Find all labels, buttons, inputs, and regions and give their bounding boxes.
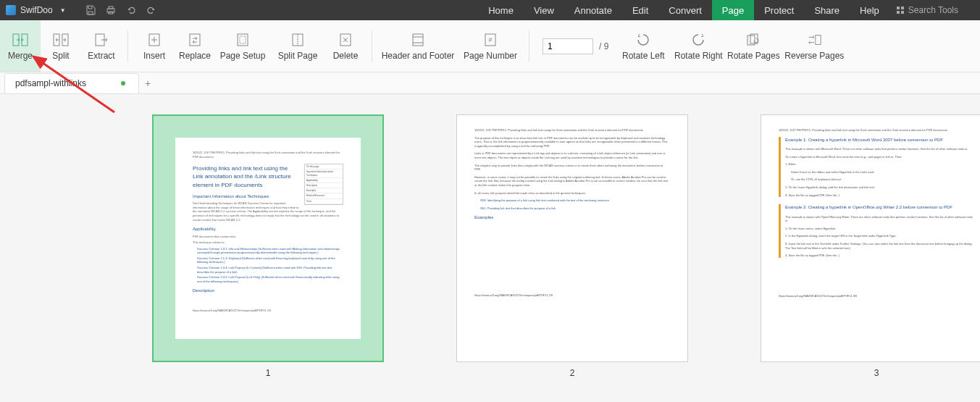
split-page-label: Split Page bbox=[278, 51, 318, 61]
svg-rect-6 bbox=[901, 11, 904, 14]
search-placeholder: Search Tools bbox=[908, 5, 958, 15]
document-tab[interactable]: pdfsampl-withlinks bbox=[4, 73, 139, 93]
rotate-left-button[interactable]: Rotate Left bbox=[616, 20, 671, 72]
thumb-wrap-2: 10/5/22, 3:37 PM PDF11: Providing links … bbox=[456, 114, 688, 378]
redo-icon[interactable] bbox=[141, 0, 162, 20]
page-number-label: Page Number bbox=[464, 51, 517, 61]
delete-button[interactable]: Delete bbox=[325, 20, 366, 72]
merge-icon bbox=[12, 32, 28, 48]
page-number-1: 1 bbox=[266, 368, 271, 378]
add-tab-button[interactable]: + bbox=[139, 78, 156, 89]
main-menu: Home View Annotate Edit Convert Page Pro… bbox=[478, 0, 980, 20]
insert-icon bbox=[146, 32, 162, 48]
split-label: Split bbox=[52, 51, 69, 61]
print-icon[interactable] bbox=[101, 0, 121, 20]
page-setup-icon bbox=[235, 32, 251, 48]
merge-label: Merge bbox=[8, 51, 33, 61]
split-button[interactable]: Split bbox=[41, 20, 81, 72]
delete-label: Delete bbox=[333, 51, 359, 61]
menu-home[interactable]: Home bbox=[478, 0, 524, 20]
menu-share[interactable]: Share bbox=[804, 0, 850, 20]
menu-convert[interactable]: Convert bbox=[658, 0, 712, 20]
page-control: / 9 bbox=[535, 20, 616, 72]
rotate-pages-label: Rotate Pages bbox=[727, 51, 780, 61]
svg-rect-26 bbox=[816, 35, 821, 44]
document-tabs: pdfsampl-withlinks + bbox=[0, 72, 980, 94]
menu-help[interactable]: Help bbox=[850, 0, 889, 20]
delete-icon bbox=[338, 32, 353, 48]
page-total: / 9 bbox=[599, 41, 608, 51]
save-icon[interactable] bbox=[80, 0, 101, 20]
replace-button[interactable]: Replace bbox=[175, 20, 215, 72]
header-footer-label: Header and Footer bbox=[382, 51, 455, 61]
title-bar: SwifDoo ▼ Home View Annotate Edit Conver… bbox=[0, 0, 980, 20]
svg-rect-3 bbox=[897, 7, 900, 9]
rotate-left-label: Rotate Left bbox=[622, 51, 665, 61]
page-thumbnail-2[interactable]: 10/5/22, 3:37 PM PDF11: Providing links … bbox=[456, 114, 688, 362]
rotate-right-label: Rotate Right bbox=[674, 51, 723, 61]
unsaved-dot-icon bbox=[121, 81, 125, 85]
page-number-2: 2 bbox=[570, 368, 575, 378]
page-number-icon: # bbox=[482, 32, 498, 48]
split-page-button[interactable]: Split Page bbox=[270, 20, 325, 72]
insert-label: Insert bbox=[143, 51, 165, 61]
replace-icon bbox=[187, 32, 203, 48]
menu-annotate[interactable]: Annotate bbox=[564, 0, 622, 20]
rotate-left-icon bbox=[635, 32, 651, 48]
undo-icon[interactable] bbox=[121, 0, 141, 20]
app-logo-icon bbox=[6, 5, 16, 15]
page-setup-button[interactable]: Page Setup bbox=[215, 20, 270, 72]
page-thumbnail-1[interactable]: 10/5/22, 3:37 PM PDF11: Providing links … bbox=[152, 114, 384, 362]
svg-text:#: # bbox=[488, 36, 492, 43]
insert-button[interactable]: Insert bbox=[134, 20, 175, 72]
grid-icon bbox=[897, 7, 904, 14]
tab-label: pdfsampl-withlinks bbox=[15, 78, 86, 88]
svg-rect-14 bbox=[238, 34, 248, 46]
reverse-pages-icon bbox=[806, 32, 822, 48]
page-thumbnails: 10/5/22, 3:37 PM PDF11: Providing links … bbox=[0, 94, 980, 398]
rotate-right-icon bbox=[690, 32, 706, 48]
menu-page[interactable]: Page bbox=[712, 0, 754, 20]
split-page-icon bbox=[290, 32, 306, 48]
search-tools[interactable]: Search Tools bbox=[889, 0, 980, 20]
svg-rect-1 bbox=[109, 7, 113, 9]
menu-protect[interactable]: Protect bbox=[754, 0, 804, 20]
menu-view[interactable]: View bbox=[524, 0, 564, 20]
extract-icon bbox=[93, 32, 109, 48]
replace-label: Replace bbox=[179, 51, 211, 61]
app-name-label: SwifDoo bbox=[20, 5, 53, 15]
page-setup-label: Page Setup bbox=[220, 51, 266, 61]
extract-button[interactable]: Extract bbox=[81, 20, 122, 72]
page-thumbnail-3[interactable]: 10/5/22, 3:37 PM PDF11: Providing links … bbox=[761, 114, 980, 362]
rotate-pages-icon bbox=[745, 32, 761, 48]
rotate-right-button[interactable]: Rotate Right bbox=[671, 20, 726, 72]
reverse-pages-label: Reverse Pages bbox=[784, 51, 844, 61]
toolbar: Merge Split Extract Insert Replace Page … bbox=[0, 20, 980, 72]
thumb-wrap-1: 10/5/22, 3:37 PM PDF11: Providing links … bbox=[152, 114, 384, 378]
merge-button[interactable]: Merge bbox=[0, 20, 41, 72]
page-input[interactable] bbox=[543, 38, 593, 54]
app-dropdown-icon[interactable]: ▼ bbox=[60, 7, 66, 14]
extract-label: Extract bbox=[88, 51, 114, 61]
thumb-wrap-3: 10/5/22, 3:37 PM PDF11: Providing links … bbox=[761, 114, 980, 378]
page-number-3: 3 bbox=[874, 368, 879, 378]
rotate-pages-button[interactable]: Rotate Pages bbox=[726, 20, 781, 72]
header-footer-icon bbox=[410, 32, 426, 48]
svg-rect-5 bbox=[897, 11, 900, 14]
svg-rect-19 bbox=[413, 34, 423, 46]
split-icon bbox=[53, 32, 69, 48]
app-name: SwifDoo ▼ bbox=[0, 5, 72, 15]
svg-rect-4 bbox=[901, 7, 904, 9]
menu-edit[interactable]: Edit bbox=[622, 0, 658, 20]
svg-rect-15 bbox=[240, 36, 246, 43]
header-footer-button[interactable]: Header and Footer bbox=[378, 20, 458, 72]
svg-rect-13 bbox=[190, 34, 200, 46]
page-number-button[interactable]: # Page Number bbox=[458, 20, 523, 72]
reverse-pages-button[interactable]: Reverse Pages bbox=[781, 20, 847, 72]
